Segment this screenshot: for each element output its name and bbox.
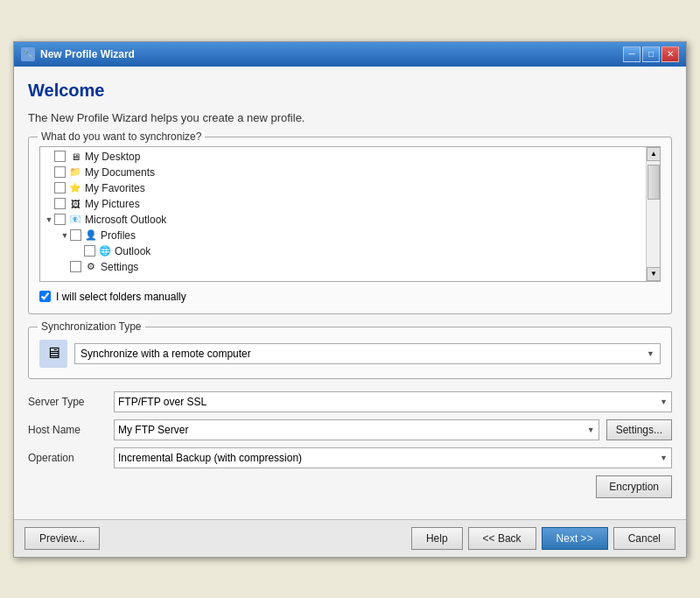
maximize-button[interactable]: □: [642, 46, 660, 62]
tree-label-settings: Settings: [101, 261, 138, 273]
sync-type-value: Synchronize with a remote computer: [80, 348, 251, 360]
scroll-thumb[interactable]: [648, 165, 660, 200]
outlook-icon: 📧: [68, 213, 82, 227]
minimize-button[interactable]: ─: [623, 46, 640, 62]
back-button[interactable]: << Back: [468, 527, 536, 550]
sync-group: What do you want to synchronize? 🖥 My De…: [28, 137, 672, 314]
app-icon: 🔧: [21, 47, 35, 61]
tree-label-pictures: My Pictures: [85, 198, 140, 210]
host-name-arrow: ▼: [582, 426, 595, 434]
footer-bar: Preview... Help << Back Next >> Cancel: [14, 519, 686, 557]
preview-button[interactable]: Preview...: [24, 527, 100, 550]
tree-label-outlook: Microsoft Outlook: [85, 214, 166, 226]
sync-type-dropdown[interactable]: Synchronize with a remote computer ▼: [74, 343, 661, 364]
pictures-icon: 🖼: [68, 197, 82, 211]
checkbox-documents[interactable]: [54, 166, 66, 178]
settings-tree-icon: ⚙: [84, 260, 98, 274]
sync-type-arrow: ▼: [641, 349, 654, 358]
server-type-value: FTP/FTP over SSL: [118, 396, 206, 408]
sync-group-label: What do you want to synchronize?: [38, 130, 205, 143]
tree-label-desktop: My Desktop: [85, 151, 140, 163]
manual-select-row: I will select folders manually: [39, 291, 661, 303]
tree-item-profiles[interactable]: ▼ 👤 Profiles: [42, 228, 644, 243]
help-button[interactable]: Help: [411, 527, 463, 550]
server-type-label: Server Type: [28, 396, 107, 408]
sync-type-group-label: Synchronization Type: [38, 320, 145, 333]
manual-select-checkbox[interactable]: [39, 291, 51, 302]
documents-icon: 📁: [68, 165, 82, 179]
sync-type-icon: 🖥: [39, 340, 67, 368]
tree-item-documents[interactable]: 📁 My Documents: [42, 165, 644, 180]
operation-value: Incremental Backup (with compression): [118, 452, 302, 464]
operation-arrow: ▼: [654, 454, 668, 462]
next-button[interactable]: Next >>: [542, 527, 608, 550]
tree-item-outlook[interactable]: ▼ 📧 Microsoft Outlook: [42, 212, 644, 228]
checkbox-settings-tree[interactable]: [70, 261, 81, 272]
checkbox-favorites[interactable]: [54, 182, 66, 193]
scroll-up-btn[interactable]: ▲: [647, 147, 661, 161]
tree-scrollbar[interactable]: ▲ ▼: [646, 147, 660, 281]
manual-select-label: I will select folders manually: [56, 291, 186, 303]
server-type-row: Server Type FTP/FTP over SSL ▼: [28, 391, 672, 412]
tree-view[interactable]: 🖥 My Desktop 📁 My Documents ⭐ My Favorit: [39, 146, 661, 282]
tree-label-documents: My Documents: [85, 166, 155, 179]
sync-type-group: Synchronization Type 🖥 Synchronize with …: [28, 327, 672, 379]
title-bar: 🔧 New Profile Wizard ─ □ ✕: [14, 42, 686, 67]
host-name-row: Host Name My FTP Server ▼ Settings...: [28, 419, 672, 440]
settings-button[interactable]: Settings...: [606, 419, 672, 440]
tree-label-favorites: My Favorites: [85, 182, 145, 194]
host-name-value: My FTP Server: [118, 424, 188, 436]
scroll-down-btn[interactable]: ▼: [647, 267, 661, 281]
server-type-dropdown[interactable]: FTP/FTP over SSL ▼: [114, 391, 672, 412]
favorites-icon: ⭐: [68, 181, 82, 195]
encryption-row: Encryption: [28, 475, 672, 498]
checkbox-desktop[interactable]: [54, 151, 66, 162]
tree-item-favorites[interactable]: ⭐ My Favorites: [42, 180, 644, 196]
checkbox-profiles[interactable]: [70, 229, 81, 241]
checkbox-outlook2[interactable]: [84, 245, 95, 257]
profiles-icon: 👤: [84, 229, 98, 243]
tree-item-settings[interactable]: ⚙ Settings: [42, 259, 644, 275]
desktop-icon: 🖥: [68, 150, 82, 164]
encryption-button[interactable]: Encryption: [596, 475, 672, 498]
checkbox-outlook[interactable]: [54, 214, 66, 225]
intro-text: The New Profile Wizard helps you create …: [28, 111, 672, 124]
tree-item-outlook2[interactable]: 🌐 Outlook: [42, 243, 644, 259]
host-name-dropdown[interactable]: My FTP Server ▼: [114, 419, 599, 440]
tree-item-desktop[interactable]: 🖥 My Desktop: [42, 149, 644, 165]
main-content: Welcome The New Profile Wizard helps you…: [14, 67, 686, 519]
operation-row: Operation Incremental Backup (with compr…: [28, 447, 672, 468]
operation-dropdown[interactable]: Incremental Backup (with compression) ▼: [114, 447, 672, 468]
outlook2-icon: 🌐: [98, 244, 112, 258]
cancel-button[interactable]: Cancel: [613, 527, 676, 550]
window-title: New Profile Wizard: [40, 48, 135, 60]
tree-label-outlook2: Outlook: [115, 245, 150, 257]
server-type-arrow: ▼: [654, 397, 668, 406]
host-name-label: Host Name: [28, 424, 107, 436]
window: 🔧 New Profile Wizard ─ □ ✕ Welcome The N…: [13, 41, 687, 558]
checkbox-pictures[interactable]: [54, 198, 66, 209]
operation-label: Operation: [28, 452, 107, 464]
tree-label-profiles: Profiles: [101, 229, 136, 242]
page-heading: Welcome: [28, 81, 672, 101]
close-button[interactable]: ✕: [662, 46, 679, 62]
tree-item-pictures[interactable]: 🖼 My Pictures: [42, 196, 644, 212]
